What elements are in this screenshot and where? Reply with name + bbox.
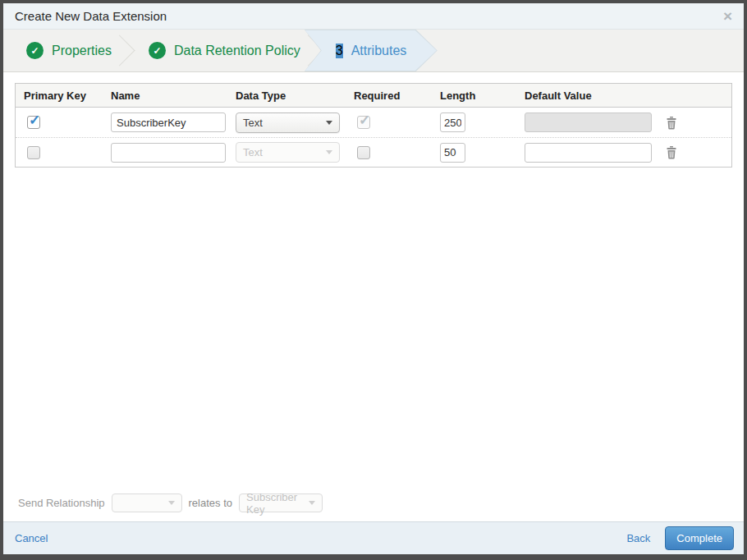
wizard-step-properties[interactable]: ✓ Properties — [3, 30, 120, 71]
step-complete-icon: ✓ — [149, 42, 166, 59]
attributes-table: Primary Key Name Data Type Required Leng… — [15, 83, 732, 168]
create-data-extension-modal: Create New Data Extension × ✓ Properties… — [3, 3, 744, 554]
content-spacer — [15, 168, 732, 493]
complete-button[interactable]: Complete — [665, 526, 734, 550]
col-header-length: Length — [432, 90, 516, 102]
modal-titlebar: Create New Data Extension × — [3, 3, 744, 30]
data-type-select[interactable]: Text — [236, 112, 340, 133]
back-link[interactable]: Back — [626, 532, 650, 544]
caret-down-icon — [326, 121, 332, 125]
table-header-row: Primary Key Name Data Type Required Leng… — [16, 84, 731, 108]
attributes-content: Primary Key Name Data Type Required Leng… — [3, 72, 744, 521]
relates-to-field-value: Subscriber Key — [246, 491, 309, 516]
data-type-select: Text — [236, 142, 340, 163]
name-input[interactable] — [111, 112, 226, 132]
caret-down-icon — [326, 150, 332, 154]
table-row: ✓ Text ✓ — [16, 108, 731, 137]
wizard-step-attributes[interactable]: 3 Attributes — [305, 30, 438, 71]
data-type-value: Text — [243, 146, 263, 158]
modal-footer: Cancel Back Complete — [3, 521, 744, 554]
trash-icon — [665, 145, 678, 159]
col-header-default-value: Default Value — [516, 90, 650, 102]
step-label: Data Retention Policy — [174, 44, 300, 58]
required-checkbox[interactable] — [357, 146, 370, 159]
length-input[interactable] — [440, 143, 465, 163]
caret-down-icon — [168, 501, 175, 505]
step-number-badge: 3 — [336, 44, 343, 58]
relates-to-field-select: Subscriber Key — [239, 493, 323, 512]
send-relationship-row: Send Relationship relates to Subscriber … — [15, 493, 732, 521]
wizard-step-data-retention-policy[interactable]: ✓ Data Retention Policy — [126, 30, 309, 71]
send-relationship-select — [112, 493, 182, 512]
data-type-value: Text — [243, 117, 263, 129]
step-label: Properties — [52, 44, 112, 58]
relates-to-label: relates to — [189, 497, 232, 509]
default-value-input — [525, 112, 652, 132]
table-row: Text — [16, 137, 731, 167]
primary-key-checkbox[interactable] — [27, 146, 40, 159]
cancel-link[interactable]: Cancel — [15, 532, 48, 544]
trash-icon — [665, 116, 678, 130]
modal-title: Create New Data Extension — [15, 9, 167, 23]
checkmark-icon: ✓ — [359, 112, 370, 129]
step-complete-icon: ✓ — [26, 42, 44, 59]
name-input[interactable] — [111, 143, 226, 163]
primary-key-checkbox[interactable]: ✓ — [27, 116, 40, 129]
required-checkbox: ✓ — [357, 116, 370, 129]
col-header-required: Required — [346, 90, 432, 102]
checkmark-icon: ✓ — [29, 112, 40, 129]
col-header-data-type: Data Type — [227, 90, 346, 102]
step-label: Attributes — [351, 44, 407, 58]
delete-row-button[interactable] — [665, 116, 678, 130]
close-icon[interactable]: × — [723, 8, 732, 24]
col-header-name: Name — [103, 90, 227, 102]
col-header-primary-key: Primary Key — [16, 90, 103, 102]
caret-down-icon — [309, 501, 315, 505]
delete-row-button[interactable] — [665, 145, 678, 159]
send-relationship-label: Send Relationship — [18, 497, 105, 509]
wizard-steps: ✓ Properties ✓ Data Retention Policy 3 A… — [3, 30, 744, 72]
default-value-input[interactable] — [525, 143, 652, 163]
length-input[interactable] — [440, 112, 465, 132]
